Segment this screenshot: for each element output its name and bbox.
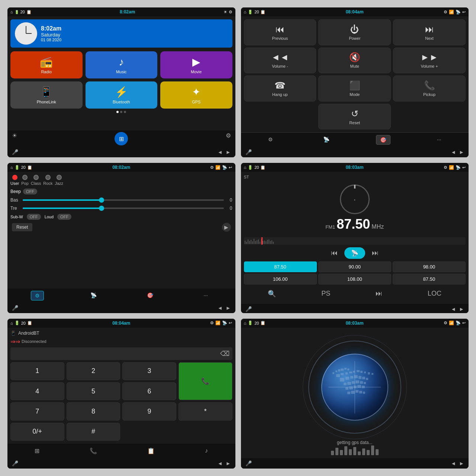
mic-gps[interactable]: 🎤	[245, 460, 252, 466]
dial-7[interactable]: 7	[10, 402, 64, 420]
eq-reset-button[interactable]: Reset	[12, 223, 32, 231]
dial-3[interactable]: 3	[122, 362, 176, 380]
eq-nav-signal[interactable]: 📡	[87, 291, 100, 300]
freq-knob[interactable]: ·	[340, 184, 370, 214]
bas-thumb[interactable]	[99, 197, 104, 203]
radio-loc[interactable]: LOC	[425, 288, 444, 299]
back-icon-bt[interactable]: ↩	[462, 10, 466, 15]
mic-radio[interactable]: 🎤	[245, 306, 252, 312]
btn-hangup[interactable]: ☎ Hang up	[244, 75, 316, 102]
preset-9000[interactable]: 90.00	[318, 261, 391, 272]
btn-mute[interactable]: 🔇 Mute	[318, 48, 391, 74]
nav-contacts[interactable]: 📋	[144, 446, 158, 456]
preset-9800[interactable]: 98.00	[393, 261, 466, 272]
bas-slider[interactable]	[23, 199, 224, 201]
app-bluetooth[interactable]: ⚡ Bluetooth	[86, 81, 158, 109]
dial-6[interactable]: 6	[122, 382, 176, 400]
btn-vol-up[interactable]: ►► Volume +	[393, 48, 466, 74]
app-gps[interactable]: ✦ GPS	[160, 81, 232, 109]
dial-5[interactable]: 5	[67, 382, 120, 400]
home-icon-eq[interactable]: ⌂	[10, 165, 13, 170]
back-gps[interactable]: ↩	[462, 321, 466, 325]
btn-previous[interactable]: ⏮ Previous	[244, 19, 316, 45]
btn-power[interactable]: ⏻ Power	[318, 19, 391, 45]
vol-dn-gps[interactable]: ◄	[451, 460, 456, 466]
vol-up-gps[interactable]: ►	[459, 460, 464, 466]
preset-8750b[interactable]: 87.50	[393, 274, 466, 284]
mic-eq[interactable]: 🎤	[12, 305, 18, 311]
home-icon-dialer[interactable]: ⌂	[10, 321, 13, 325]
btn-vol-down[interactable]: ◄◄ Volume -	[244, 48, 316, 74]
settings-ctrl[interactable]: ⚙	[226, 132, 231, 145]
nav-steering[interactable]: 🎯	[376, 135, 390, 145]
radio-search[interactable]: 🔍	[265, 288, 279, 299]
radio-ps[interactable]: PS	[318, 288, 333, 299]
preset-class[interactable]: Class	[31, 175, 41, 186]
eq-next-arrow[interactable]: ▶	[222, 223, 231, 232]
tre-thumb[interactable]	[99, 206, 104, 211]
app-phonelink[interactable]: 📱 PhoneLink	[10, 81, 83, 109]
nav-apps[interactable]: ⊞	[32, 446, 42, 456]
loud-toggle[interactable]: OFF	[57, 214, 71, 220]
app-movie[interactable]: ▶ Movie	[160, 51, 232, 78]
dial-call[interactable]: 📞	[178, 362, 232, 401]
dial-0[interactable]: 0/+	[10, 423, 64, 441]
settings-icon[interactable]: ⚙	[229, 10, 232, 15]
vol-down-icon[interactable]: ◄	[218, 149, 223, 155]
radio-skip[interactable]: ⏭	[373, 288, 385, 299]
home-icon-bt[interactable]: ⌂	[244, 10, 247, 14]
mic-dialer[interactable]: 🎤	[12, 460, 18, 466]
eq-nav-more[interactable]: ···	[200, 291, 212, 300]
back-radio[interactable]: ↩	[462, 165, 466, 170]
preset-jazz[interactable]: Jazz	[55, 175, 63, 186]
nav-eq[interactable]: ⚙	[264, 135, 277, 145]
home-icon-gps[interactable]: ⌂	[244, 321, 247, 325]
dial-star[interactable]: *	[178, 402, 232, 420]
radio-next[interactable]: ⏭	[370, 247, 381, 259]
preset-rock[interactable]: Rock	[43, 175, 52, 186]
home-icon-radio[interactable]: ⌂	[244, 165, 247, 170]
dial-8[interactable]: 8	[67, 402, 120, 420]
preset-8750[interactable]: 87.50	[244, 261, 317, 272]
nav-signal[interactable]: 📡	[319, 135, 333, 145]
dial-4[interactable]: 4	[10, 382, 64, 400]
dialer-input-field[interactable]	[13, 350, 218, 357]
dial-hash[interactable]: #	[67, 423, 120, 441]
mic-icon[interactable]: 🎤	[12, 149, 18, 155]
dial-1[interactable]: 1	[10, 362, 64, 380]
preset-10600[interactable]: 106.00	[244, 274, 317, 284]
vol-dn-dialer[interactable]: ◄	[218, 460, 223, 466]
btn-reset[interactable]: ↺ Reset	[318, 104, 391, 130]
vol-up-eq[interactable]: ►	[226, 305, 231, 311]
app-music[interactable]: ♪ Music	[86, 51, 158, 78]
vol-up-dialer[interactable]: ►	[226, 460, 231, 466]
vol-up-icon[interactable]: ►	[226, 149, 231, 155]
preset-10800[interactable]: 108.00	[318, 274, 391, 284]
tre-slider[interactable]	[23, 208, 224, 209]
radio-play[interactable]: 📡	[344, 247, 365, 259]
back-eq[interactable]: ↩	[229, 165, 232, 170]
delete-icon[interactable]: ⌫	[220, 350, 229, 358]
eq-nav-steer[interactable]: 🎯	[143, 291, 157, 300]
home-button[interactable]: ⊞	[115, 132, 128, 145]
vol-dn-radio[interactable]: ◄	[451, 306, 456, 312]
dial-2[interactable]: 2	[67, 362, 120, 380]
subw-toggle[interactable]: OFF	[27, 214, 41, 220]
nav-more[interactable]: ···	[433, 135, 445, 145]
btn-pickup[interactable]: 📞 Pickup	[393, 75, 466, 102]
btn-next[interactable]: ⏭ Next	[393, 19, 466, 45]
nav-call-log[interactable]: 📞	[87, 446, 100, 456]
back-dialer[interactable]: ↩	[229, 321, 232, 325]
preset-pop[interactable]: Pop	[21, 175, 29, 186]
brightness-ctrl[interactable]: ☀	[12, 132, 17, 145]
vol-dn-bt[interactable]: ◄	[451, 149, 456, 155]
eq-nav-eq[interactable]: ⚙	[31, 291, 44, 300]
vol-dn-eq[interactable]: ◄	[218, 305, 223, 311]
mic-icon-bt[interactable]: 🎤	[245, 149, 252, 155]
vol-up-bt[interactable]: ►	[459, 149, 464, 155]
radio-prev[interactable]: ⏮	[329, 247, 340, 259]
dial-9[interactable]: 9	[122, 402, 176, 420]
app-radio[interactable]: 📻 Radio	[10, 51, 83, 78]
beep-toggle[interactable]: OFF	[23, 189, 37, 194]
nav-music-dialer[interactable]: ♪	[202, 446, 211, 456]
